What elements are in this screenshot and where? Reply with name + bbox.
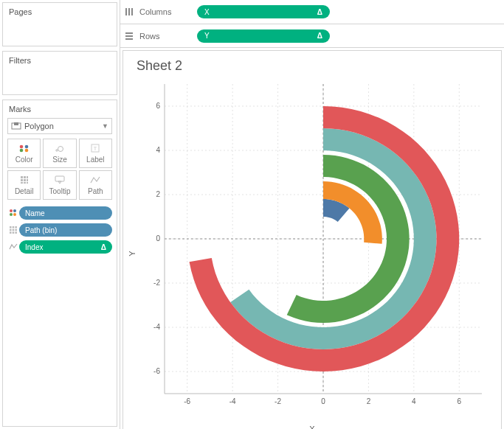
svg-rect-30 bbox=[10, 231, 12, 234]
sheet-title: Sheet 2 bbox=[137, 58, 491, 74]
svg-rect-34 bbox=[128, 8, 130, 15]
chart: -6-6-4-4-2-200224466 bbox=[135, 77, 489, 423]
mark-type-label: Polygon bbox=[24, 122, 54, 130]
svg-rect-31 bbox=[13, 231, 15, 234]
color-icon bbox=[7, 209, 19, 217]
svg-rect-38 bbox=[125, 38, 133, 40]
svg-text:0: 0 bbox=[321, 397, 325, 405]
rows-label: Rows bbox=[139, 32, 160, 41]
y-axis-label: Y bbox=[128, 251, 137, 256]
svg-text:T: T bbox=[94, 145, 97, 152]
svg-rect-10 bbox=[21, 176, 23, 178]
detail-icon bbox=[20, 175, 29, 184]
svg-text:4: 4 bbox=[412, 397, 416, 405]
pages-title: Pages bbox=[3, 3, 117, 21]
color-icon bbox=[18, 144, 30, 153]
svg-rect-18 bbox=[27, 182, 28, 184]
rows-shelf[interactable]: Rows Y Δ bbox=[120, 24, 504, 47]
svg-rect-16 bbox=[21, 182, 23, 184]
columns-shelf[interactable]: Columns X Δ bbox=[120, 0, 504, 24]
svg-rect-12 bbox=[27, 176, 28, 178]
svg-rect-37 bbox=[125, 35, 133, 37]
svg-rect-27 bbox=[10, 229, 12, 231]
svg-text:4: 4 bbox=[156, 146, 160, 154]
detail-icon bbox=[7, 226, 19, 234]
tooltip-button[interactable]: Tooltip bbox=[43, 170, 76, 200]
x-axis-label: X bbox=[309, 425, 314, 429]
svg-rect-13 bbox=[21, 179, 23, 181]
rows-pill[interactable]: Y Δ bbox=[197, 29, 330, 43]
size-icon bbox=[55, 144, 65, 153]
detail-button[interactable]: Detail bbox=[7, 170, 41, 200]
svg-point-21 bbox=[13, 209, 16, 212]
svg-point-7 bbox=[58, 146, 63, 151]
chevron-down-icon: ▼ bbox=[102, 122, 108, 130]
columns-pill[interactable]: X Δ bbox=[197, 5, 330, 18]
filters-title: Filters bbox=[3, 52, 117, 69]
svg-point-3 bbox=[24, 144, 28, 148]
svg-text:6: 6 bbox=[156, 102, 160, 110]
columns-label: Columns bbox=[139, 7, 171, 16]
svg-rect-15 bbox=[27, 179, 28, 181]
svg-rect-33 bbox=[125, 8, 127, 15]
svg-rect-36 bbox=[125, 32, 133, 34]
svg-text:-2: -2 bbox=[153, 279, 160, 287]
svg-rect-19 bbox=[55, 176, 64, 181]
svg-rect-25 bbox=[13, 226, 15, 229]
svg-point-2 bbox=[19, 144, 23, 148]
svg-text:-6: -6 bbox=[184, 397, 190, 405]
svg-point-22 bbox=[10, 213, 13, 216]
svg-text:2: 2 bbox=[156, 190, 160, 198]
svg-text:-4: -4 bbox=[153, 323, 160, 331]
viz-canvas[interactable]: Sheet 2 -6-6-4-4-2-200224466 Y X bbox=[122, 50, 502, 429]
svg-text:6: 6 bbox=[458, 397, 462, 405]
marks-pill[interactable]: IndexΔ bbox=[7, 240, 112, 254]
mark-type-select[interactable]: Polygon ▼ bbox=[7, 118, 112, 134]
svg-rect-26 bbox=[15, 226, 17, 229]
svg-point-20 bbox=[10, 209, 13, 212]
svg-text:2: 2 bbox=[367, 397, 371, 405]
svg-text:-6: -6 bbox=[153, 367, 160, 375]
svg-text:-2: -2 bbox=[275, 397, 281, 405]
size-button[interactable]: Size bbox=[43, 139, 76, 168]
svg-point-23 bbox=[13, 213, 16, 216]
tooltip-icon bbox=[55, 175, 65, 184]
path-icon bbox=[90, 175, 100, 184]
pages-card: Pages bbox=[2, 2, 117, 46]
svg-rect-29 bbox=[15, 229, 17, 231]
svg-point-4 bbox=[19, 148, 23, 152]
marks-pill[interactable]: Name bbox=[7, 206, 112, 220]
svg-rect-14 bbox=[24, 179, 26, 181]
svg-rect-24 bbox=[10, 226, 12, 229]
svg-rect-1 bbox=[14, 122, 18, 125]
marks-pill[interactable]: Path (bin) bbox=[7, 223, 112, 237]
svg-text:0: 0 bbox=[156, 234, 160, 243]
svg-point-5 bbox=[24, 148, 28, 152]
columns-icon bbox=[125, 7, 135, 16]
svg-rect-32 bbox=[15, 231, 17, 234]
svg-text:-4: -4 bbox=[229, 397, 236, 405]
svg-point-6 bbox=[56, 149, 58, 150]
svg-rect-17 bbox=[24, 182, 26, 184]
color-button[interactable]: Color bbox=[7, 139, 41, 168]
svg-rect-28 bbox=[13, 229, 15, 231]
label-button[interactable]: T Label bbox=[79, 139, 112, 168]
path-button[interactable]: Path bbox=[79, 170, 112, 200]
polygon-icon bbox=[11, 122, 21, 130]
filters-card: Filters bbox=[2, 51, 117, 95]
marks-card: Marks Polygon ▼ Color Size T bbox=[2, 100, 117, 427]
path-icon bbox=[7, 243, 19, 251]
svg-rect-11 bbox=[24, 176, 26, 178]
rows-icon bbox=[125, 32, 135, 41]
label-icon: T bbox=[91, 144, 100, 153]
marks-title: Marks bbox=[7, 100, 112, 118]
svg-rect-35 bbox=[131, 8, 133, 15]
